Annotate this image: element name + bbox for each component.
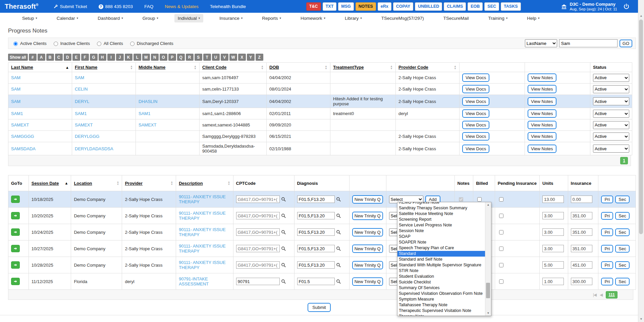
page-scrollbar[interactable]: ▲ ▼: [638, 0, 644, 322]
alpha-button-h[interactable]: H: [99, 54, 106, 61]
go-button[interactable]: GO: [620, 40, 632, 47]
nav-item-individual[interactable]: Individual▾: [174, 14, 204, 22]
alpha-button-g[interactable]: G: [90, 54, 98, 61]
client-first[interactable]: CELIN: [75, 87, 88, 92]
pending-insurance-checkbox[interactable]: [499, 230, 503, 234]
nav-item-help[interactable]: Help▾: [524, 14, 543, 22]
goto-arrow-button[interactable]: [11, 278, 20, 285]
nav-item-calendar[interactable]: Calendar▾: [53, 14, 82, 22]
quick-button-tasks[interactable]: TASKS: [501, 2, 521, 11]
insurance-input[interactable]: [571, 196, 592, 203]
search-input[interactable]: [559, 39, 618, 47]
note-type-item-symptom-measure[interactable]: Symptom Measure: [397, 297, 485, 302]
note-type-item-therapeutic-supervised-visitation-note[interactable]: Therapeutic Supervised Visitation Note: [397, 308, 485, 314]
column-header-location[interactable]: Location▲▼: [71, 175, 122, 191]
nav-item-tsecuremail[interactable]: TSecureMail: [440, 14, 472, 22]
dropdown-scroll-up-icon[interactable]: ▲: [485, 203, 491, 206]
note-type-item-session-note[interactable]: Session Note: [397, 228, 485, 234]
alpha-button-i[interactable]: I: [107, 54, 115, 61]
column-header-provider[interactable]: Provider▲▼: [122, 175, 176, 191]
diagnosis-input[interactable]: [297, 245, 335, 252]
units-input[interactable]: [542, 261, 564, 269]
column-header-description[interactable]: Description▲▼: [176, 175, 233, 191]
client-last[interactable]: SAMEXT: [11, 122, 29, 127]
view-notes-button[interactable]: View Notes: [528, 132, 556, 141]
nav-item-training[interactable]: Training▾: [485, 14, 511, 22]
status-select[interactable]: Active: [593, 132, 629, 141]
alpha-button-l[interactable]: L: [133, 54, 141, 61]
view-docs-button[interactable]: View Docs: [462, 85, 489, 93]
goto-arrow-button[interactable]: [11, 245, 20, 252]
power-icon[interactable]: [623, 3, 630, 10]
alpha-button-m[interactable]: M: [142, 54, 150, 61]
client-first[interactable]: DERYLGGG: [75, 134, 99, 139]
insurance-input[interactable]: [571, 228, 592, 236]
alpha-button-t[interactable]: T: [203, 54, 211, 61]
diagnosis-input[interactable]: [297, 228, 335, 236]
note-type-item-sandtray-therapy-session-summary[interactable]: Sandtray Therapy Session Summary: [397, 205, 485, 211]
sec-button[interactable]: Sec: [615, 278, 629, 285]
view-docs-button[interactable]: View Docs: [462, 109, 489, 118]
new-trinity-button[interactable]: New Trinity Q: [352, 212, 383, 220]
search-icon[interactable]: [281, 197, 286, 202]
search-icon[interactable]: [281, 213, 286, 218]
alpha-button-blank[interactable]: #: [29, 54, 37, 61]
insurance-input[interactable]: [571, 245, 592, 252]
search-icon[interactable]: [281, 279, 286, 284]
page-scroll-down-icon[interactable]: ▼: [638, 317, 644, 321]
search-field-select[interactable]: LastName: [525, 39, 557, 47]
note-type-item-soap[interactable]: SOAP: [397, 234, 485, 239]
notes-checkbox[interactable]: [459, 197, 463, 202]
view-docs-button[interactable]: View Docs: [462, 73, 489, 82]
note-type-item-service-level-progress-note[interactable]: Service Level Progress Note: [397, 222, 485, 228]
brand-logo[interactable]: Therasoft®: [5, 3, 39, 10]
nav-item-setup[interactable]: Setup▾: [19, 14, 41, 22]
nav-item-library[interactable]: Library▾: [341, 14, 365, 22]
status-select[interactable]: Active: [593, 110, 629, 118]
cpt-input[interactable]: [236, 228, 280, 236]
session-description-link[interactable]: 90111- ANXIETY ISSUE THERAPY: [179, 227, 225, 237]
note-type-item-speech-therapy-plan-of-care[interactable]: Speech Therapy Plan of Care: [397, 245, 485, 251]
alpha-button-e[interactable]: E: [72, 54, 80, 61]
sessions-page-badge[interactable]: 111: [606, 291, 618, 299]
pri-button[interactable]: Pri: [601, 196, 613, 203]
units-input[interactable]: [542, 245, 564, 252]
dropdown-scrollbar[interactable]: ▲ ▼: [485, 202, 491, 316]
quick-button-msg[interactable]: MSG: [338, 2, 354, 11]
insurance-input[interactable]: [571, 278, 592, 285]
note-type-item-standard-with-multiple-supervisor-signature[interactable]: Standard With Multiple Supervisor Signat…: [397, 262, 485, 268]
quick-button-notes[interactable]: NOTES: [356, 2, 376, 11]
nav-item-dashboard[interactable]: Dashboard▾: [94, 14, 126, 22]
alpha-button-y[interactable]: Y: [247, 54, 255, 61]
cpt-input[interactable]: [236, 278, 280, 285]
alpha-button-n[interactable]: N: [151, 54, 159, 61]
alpha-button-z[interactable]: Z: [256, 54, 263, 61]
column-header-first-name[interactable]: First Name▲▼: [72, 63, 136, 72]
new-trinity-button[interactable]: New Trinity Q: [352, 245, 383, 253]
new-trinity-button[interactable]: New Trinity Q: [352, 195, 383, 204]
search-icon[interactable]: [281, 230, 286, 235]
sec-button[interactable]: Sec: [615, 245, 629, 253]
alpha-button-j[interactable]: J: [116, 54, 124, 61]
note-type-item-suicide-checklist[interactable]: Suicide Checklist: [397, 279, 485, 285]
alpha-button-x[interactable]: X: [238, 54, 246, 61]
column-header-client-code[interactable]: Client Code▲▼: [200, 63, 267, 72]
alpha-button-w[interactable]: W: [229, 54, 237, 61]
alpha-button-show-all[interactable]: Show all: [8, 54, 28, 61]
note-type-item-stir-note[interactable]: STIR Note: [397, 268, 485, 274]
insurance-input[interactable]: [571, 261, 592, 269]
client-last[interactable]: SAMGGGG: [11, 134, 34, 139]
topbar-link-submit-ticket[interactable]: Submit Ticket: [53, 4, 87, 9]
search-icon[interactable]: [336, 230, 341, 235]
alpha-button-a[interactable]: A: [38, 54, 45, 61]
view-notes-button[interactable]: View Notes: [528, 145, 556, 153]
cpt-input[interactable]: [236, 196, 280, 203]
alpha-button-r[interactable]: R: [186, 54, 194, 61]
client-first[interactable]: DERYLDADASDSA: [75, 146, 113, 151]
goto-arrow-button[interactable]: [11, 196, 20, 203]
radio-input-discharged-clients[interactable]: [130, 42, 135, 46]
note-type-item-standard[interactable]: Standard: [397, 251, 485, 257]
alpha-button-c[interactable]: C: [55, 54, 63, 61]
search-icon[interactable]: [336, 246, 341, 251]
nav-item-reports[interactable]: Reports▾: [259, 14, 284, 22]
